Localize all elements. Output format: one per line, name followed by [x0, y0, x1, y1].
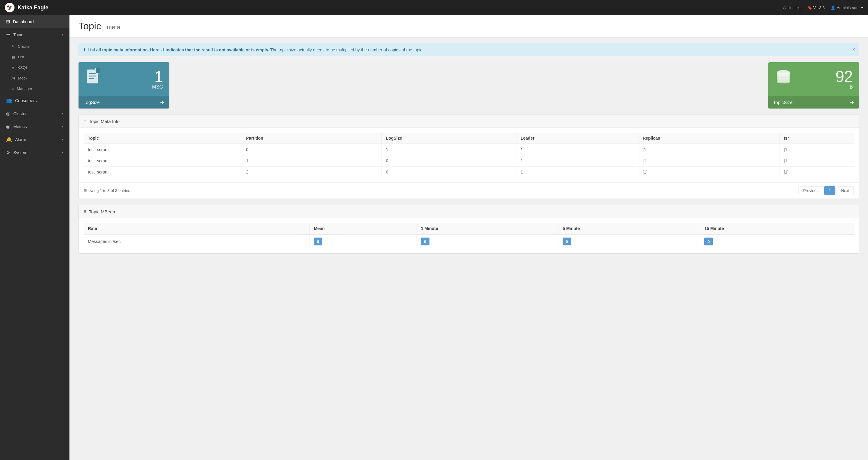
- sidebar-label-metrics: Metrics: [13, 124, 59, 129]
- sidebar-label-cluster: Cluster: [13, 111, 59, 116]
- manager-icon: ≡: [11, 86, 14, 91]
- mbean-col-mean: Mean: [310, 223, 416, 234]
- brand[interactable]: 🦅 Kafka Eagle: [5, 3, 48, 12]
- table-body: test_scram 0 1 1 [1] [1] test_scram 1 0 …: [84, 144, 854, 177]
- info-alert: ℹ List all topic meta information. Here …: [79, 44, 859, 56]
- cell-isr: [1]: [779, 144, 854, 155]
- topicsize-card: 92 B TopicSize ➜: [768, 62, 859, 109]
- page-1-button[interactable]: 1: [824, 186, 835, 195]
- logsize-arrow-icon: ➜: [160, 99, 164, 106]
- top-navigation: 🦅 Kafka Eagle ⬡ cluster1 🔖 V1.3.8 👤 Admi…: [0, 0, 868, 15]
- previous-button[interactable]: Previous: [799, 186, 823, 195]
- alert-normal-text: The topic size actually needs to be mult…: [270, 48, 424, 52]
- topicsize-unit: B: [835, 84, 853, 90]
- header-row: Topic Partition LogSize Leader Replicas …: [84, 133, 854, 144]
- topic-meta-info-table-wrapper: Topic Partition LogSize Leader Replicas …: [79, 128, 859, 182]
- nav-right: ⬡ cluster1 🔖 V1.3.8 👤 Administrator ▾: [783, 5, 863, 10]
- cell-topic: test_scram: [84, 167, 242, 178]
- svg-rect-3: [89, 78, 94, 79]
- page-header: Topic meta: [69, 15, 868, 37]
- topic-icon: ☰: [6, 32, 10, 37]
- sidebar-item-manager[interactable]: ≡ Manager: [0, 83, 69, 94]
- sidebar-item-metrics[interactable]: ◉ Metrics ▾: [0, 120, 69, 133]
- main-content: Topic meta ℹ List all topic meta informa…: [69, 15, 868, 460]
- dashboard-icon: ⊞: [6, 19, 10, 25]
- pagination: Previous 1 Next: [799, 186, 854, 195]
- topicsize-label: TopicSize: [773, 100, 793, 105]
- mbean-cell-5min: 0: [558, 234, 700, 249]
- stats-row: 1 MSG LogSize ➜: [79, 62, 859, 109]
- topic-meta-info-table: Topic Partition LogSize Leader Replicas …: [84, 133, 854, 177]
- content-area: ℹ List all topic meta information. Here …: [69, 37, 868, 266]
- topic-mbean-card: ≡ Topic MBean Rate Mean 1 Minute 5 Minut…: [79, 205, 859, 254]
- cell-partition: 0: [242, 144, 381, 155]
- topicsize-number: 92: [835, 68, 853, 84]
- version-text: V1.3.8: [813, 5, 825, 10]
- cluster-icon: ◎: [6, 111, 10, 116]
- topicsize-card-bottom[interactable]: TopicSize ➜: [768, 96, 859, 109]
- cell-topic: test_scram: [84, 144, 242, 155]
- alarm-icon: 🔔: [6, 137, 12, 142]
- next-button[interactable]: Next: [837, 186, 854, 195]
- alert-text: List all topic meta information. Here -1…: [88, 48, 424, 52]
- alert-bold-text: List all topic meta information. Here -1…: [88, 48, 269, 52]
- sidebar-item-create[interactable]: ✎ Create: [0, 41, 69, 52]
- topic-meta-info-header: ≡ Topic Meta Info: [79, 115, 859, 128]
- mock-icon: m: [11, 76, 15, 80]
- sidebar-item-dashboard[interactable]: ⊞ Dashboard: [0, 15, 69, 28]
- sidebar-item-ksql[interactable]: ◈ KSQL: [0, 62, 69, 73]
- col-logsize: LogSize: [381, 133, 516, 144]
- sidebar-label-create: Create: [18, 44, 30, 49]
- sidebar-item-mock[interactable]: m Mock: [0, 73, 69, 83]
- cell-replicas: [1]: [639, 144, 779, 155]
- topicsize-value-container: 92 B: [835, 68, 853, 90]
- topicsize-arrow-icon: ➜: [849, 99, 854, 106]
- sidebar-label-system: System: [13, 150, 59, 155]
- sidebar-item-system[interactable]: ⚙ System ▾: [0, 146, 69, 159]
- stats-spacer: [175, 62, 762, 109]
- mbean-col-1min: 1 Minute: [416, 223, 558, 234]
- logsize-value-container: 1 MSG: [152, 68, 163, 90]
- col-leader: Leader: [516, 133, 638, 144]
- topic-mbean-table-wrapper: Rate Mean 1 Minute 5 Minute 15 Minute Me…: [79, 218, 859, 253]
- lines-icon: ≡: [84, 118, 86, 124]
- version-indicator: 🔖 V1.3.8: [807, 5, 825, 10]
- user-indicator[interactable]: 👤 Administrator ▾: [831, 5, 863, 10]
- sidebar-item-list[interactable]: ▦ List: [0, 52, 69, 62]
- sidebar-item-cluster[interactable]: ◎ Cluster ▾: [0, 107, 69, 120]
- sidebar: ⊞ Dashboard ☰ Topic ▾ ✎ Create ▦ List ◈ …: [0, 15, 69, 460]
- showing-text: Showing 1 to 3 of 3 entries: [84, 188, 130, 193]
- cell-topic: test_scram: [84, 155, 242, 167]
- table-row: test_scram 1 0 1 [1] [1]: [84, 155, 854, 167]
- cell-logsize: 0: [381, 155, 516, 167]
- mbean-col-5min: 5 Minute: [558, 223, 700, 234]
- list-icon: ▦: [11, 55, 15, 59]
- cluster-name: cluster1: [787, 5, 801, 10]
- table-header: Topic Partition LogSize Leader Replicas …: [84, 133, 854, 144]
- page-title: Topic meta: [79, 21, 859, 32]
- logsize-label: LogSize: [83, 100, 100, 105]
- logsize-card-bottom[interactable]: LogSize ➜: [79, 96, 169, 109]
- logsize-unit: MSG: [152, 84, 163, 90]
- page-title-sub: meta: [107, 24, 120, 31]
- sidebar-item-consumers[interactable]: 👥 Consumers: [0, 94, 69, 107]
- system-icon: ⚙: [6, 150, 10, 155]
- cell-leader: 1: [516, 144, 638, 155]
- cluster-chevron: ▾: [62, 112, 63, 115]
- svg-point-11: [777, 80, 790, 83]
- sidebar-item-topic[interactable]: ☰ Topic ▾: [0, 28, 69, 41]
- col-isr: Isr: [779, 133, 854, 144]
- table-row: test_scram 2 0 1 [1] [1]: [84, 167, 854, 178]
- topic-mbean-table: Rate Mean 1 Minute 5 Minute 15 Minute Me…: [84, 223, 854, 249]
- create-icon: ✎: [11, 44, 15, 49]
- metrics-chevron: ▾: [62, 124, 63, 128]
- metrics-icon: ◉: [6, 124, 10, 130]
- alert-close-button[interactable]: ×: [852, 47, 855, 52]
- cluster-indicator: ⬡ cluster1: [783, 5, 801, 10]
- topic-meta-info-card: ≡ Topic Meta Info Topic Partition LogSiz…: [79, 115, 859, 199]
- cell-replicas: [1]: [639, 167, 779, 178]
- cell-partition: 2: [242, 167, 381, 178]
- mbean-cell-rate: Messages in /sec: [84, 234, 310, 249]
- logsize-number: 1: [152, 68, 163, 84]
- sidebar-item-alarm[interactable]: 🔔 Alarm ▾: [0, 133, 69, 146]
